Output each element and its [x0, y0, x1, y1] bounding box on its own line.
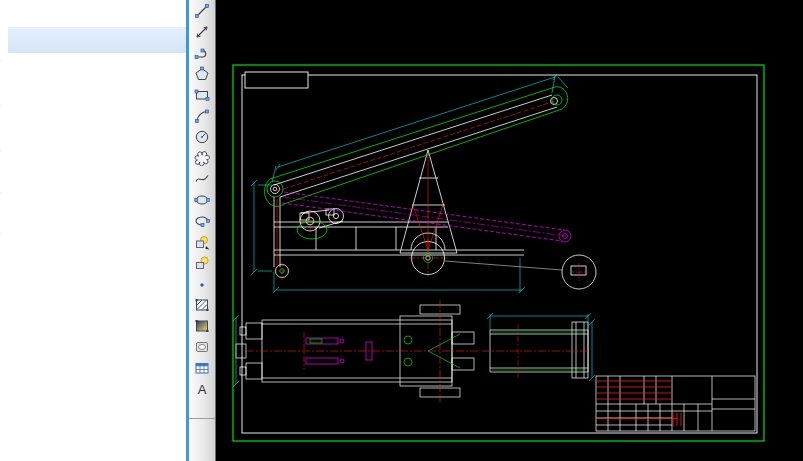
make-block-tool-icon[interactable] [190, 252, 214, 273]
tree-expand-icon[interactable]: › [0, 186, 1, 198]
point-tool-icon[interactable] [190, 273, 214, 294]
multiline-text-tool-icon[interactable]: A [190, 378, 214, 399]
rectangle-tool-icon[interactable] [190, 84, 214, 105]
title-block [596, 376, 755, 431]
spline-tool-icon[interactable] [190, 168, 214, 189]
tree-expand-icon[interactable]: › [0, 54, 1, 66]
file-explorer-panel: › › › › › [0, 0, 186, 461]
name-column-header[interactable] [8, 27, 186, 53]
tree-expand-icon[interactable]: › [0, 227, 1, 239]
ellipse-arc-tool-icon[interactable] [190, 210, 214, 231]
polygon-tool-icon[interactable] [190, 63, 214, 84]
elevation-view [251, 74, 596, 293]
hatch-tool-icon[interactable] [190, 294, 214, 315]
line-tool-icon[interactable] [190, 0, 214, 21]
sheet-frame [233, 65, 764, 441]
svg-text:A: A [198, 382, 207, 397]
tree-expand-icon[interactable]: › [0, 99, 1, 111]
construction-line-tool-icon[interactable] [190, 21, 214, 42]
insert-block-tool-icon[interactable] [190, 231, 214, 252]
tree-expand-icon[interactable]: › [0, 144, 1, 156]
cad-draw-toolbar: A [189, 0, 216, 461]
screen: › › › › › A [0, 0, 803, 461]
polyline-tool-icon[interactable] [190, 42, 214, 63]
gradient-tool-icon[interactable] [190, 315, 214, 336]
arc-tool-icon[interactable] [190, 105, 214, 126]
region-tool-icon[interactable] [190, 336, 214, 357]
circle-tool-icon[interactable] [190, 126, 214, 147]
revision-cloud-tool-icon[interactable] [190, 147, 214, 168]
toolbar-divider [189, 418, 215, 419]
plan-view [233, 300, 595, 402]
cad-drawing-area[interactable] [216, 0, 803, 461]
ellipse-tool-icon[interactable] [190, 189, 214, 210]
table-tool-icon[interactable] [190, 357, 214, 378]
